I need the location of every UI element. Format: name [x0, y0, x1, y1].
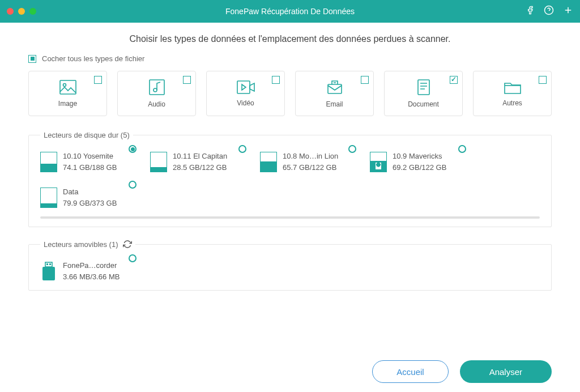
- add-icon[interactable]: [563, 5, 573, 18]
- radio-icon: [348, 145, 356, 153]
- disk-icon: [370, 152, 387, 172]
- refresh-icon[interactable]: [123, 240, 132, 249]
- drive-size: 3.66 MB/3.66 MB: [63, 271, 120, 283]
- drive-item[interactable]: 10.8 Mo…in Lion65.7 GB/122 GB: [260, 151, 356, 173]
- drive-name: 10.9 Mavericks: [393, 151, 446, 162]
- type-label: Image: [58, 100, 77, 108]
- svg-rect-6: [328, 84, 342, 93]
- svg-rect-7: [418, 80, 429, 95]
- checkbox-icon: [272, 76, 280, 84]
- drive-item[interactable]: FonePa…corder3.66 MB/3.66 MB: [40, 260, 137, 282]
- select-all-checkbox[interactable]: Cocher tous les types de fichier: [28, 54, 552, 63]
- drive-name: FonePa…corder: [63, 260, 120, 271]
- window-zoom-button[interactable]: [29, 8, 36, 15]
- type-card-image[interactable]: Image: [28, 71, 107, 116]
- drive-size: 28.5 GB/122 GB: [173, 162, 227, 173]
- checkbox-icon: [539, 76, 547, 84]
- svg-rect-9: [46, 263, 48, 265]
- help-icon[interactable]: [544, 5, 554, 18]
- type-label: Audio: [148, 100, 165, 108]
- window-minimize-button[interactable]: [18, 8, 25, 15]
- type-label: Vidéo: [237, 99, 254, 107]
- type-label: Email: [326, 100, 343, 108]
- drive-size: 69.2 GB/122 GB: [393, 162, 446, 173]
- drive-name: Data: [63, 186, 117, 198]
- svg-rect-10: [49, 263, 51, 265]
- facebook-icon[interactable]: [526, 6, 535, 17]
- drive-size: 74.1 GB/188 GB: [63, 162, 117, 173]
- radio-icon: [238, 145, 246, 153]
- svg-rect-11: [42, 267, 55, 280]
- disk-icon: [260, 152, 277, 172]
- window-close-button[interactable]: [7, 8, 14, 15]
- type-label: Autres: [502, 99, 522, 107]
- horizontal-scrollbar[interactable]: [40, 216, 540, 219]
- svg-point-2: [63, 84, 66, 87]
- checkbox-icon: [183, 76, 191, 84]
- audio-icon: [148, 79, 165, 96]
- disk-icon: [150, 152, 167, 172]
- folder-icon: [504, 80, 522, 95]
- radio-icon: [129, 254, 137, 262]
- image-icon: [59, 79, 77, 95]
- type-label: Document: [408, 100, 439, 108]
- drive-item[interactable]: 10.10 Yosemite74.1 GB/188 GB: [40, 151, 137, 173]
- document-icon: [416, 79, 431, 96]
- type-card-video[interactable]: Vidéo: [206, 71, 285, 116]
- disk-icon: [40, 152, 57, 172]
- drive-name: 10.10 Yosemite: [63, 151, 117, 162]
- removable-drives-section: Lecteurs amovibles (1) FonePa…corder3.66…: [28, 240, 552, 291]
- drive-item[interactable]: 10.9 Mavericks69.2 GB/122 GB: [370, 151, 466, 173]
- radio-icon: [458, 145, 466, 153]
- svg-point-4: [153, 88, 157, 92]
- window-title: FonePaw Récupération De Données: [225, 7, 355, 16]
- svg-rect-8: [45, 262, 52, 267]
- checkbox-icon: [94, 76, 102, 84]
- type-card-email[interactable]: Email: [295, 71, 374, 116]
- section-legend: Lecteurs amovibles (1): [44, 240, 118, 249]
- radio-icon: [129, 181, 137, 189]
- checkbox-icon: [28, 55, 36, 63]
- checkbox-checked-icon: [450, 76, 458, 84]
- disk-icon: [40, 188, 57, 208]
- type-card-audio[interactable]: Audio: [117, 71, 196, 116]
- drive-item[interactable]: 10.11 El Capitan28.5 GB/122 GB: [150, 151, 246, 173]
- radio-icon: [129, 145, 137, 153]
- svg-rect-5: [237, 81, 250, 93]
- checkbox-icon: [361, 76, 369, 84]
- analyze-button[interactable]: Analyser: [460, 360, 552, 383]
- drive-size: 65.7 GB/122 GB: [283, 162, 338, 173]
- email-icon: [326, 79, 343, 96]
- type-card-document[interactable]: Document: [384, 71, 463, 116]
- drive-name: 10.11 El Capitan: [173, 151, 227, 162]
- drive-name: 10.8 Mo…in Lion: [283, 151, 338, 162]
- page-heading: Choisir les types de données et l'emplac…: [28, 34, 552, 44]
- usb-icon: [40, 261, 57, 282]
- drive-item[interactable]: Data79.9 GB/373 GB: [40, 186, 137, 208]
- svg-rect-1: [60, 80, 76, 94]
- titlebar: FonePaw Récupération De Données: [0, 0, 580, 23]
- select-all-label: Cocher tous les types de fichier: [42, 54, 144, 63]
- home-button[interactable]: Accueil: [372, 360, 448, 383]
- video-icon: [236, 80, 255, 95]
- type-card-other[interactable]: Autres: [473, 71, 552, 116]
- hard-drives-section: Lecteurs de disque dur (5) 10.10 Yosemit…: [28, 131, 552, 227]
- drive-size: 79.9 GB/373 GB: [63, 198, 117, 209]
- section-legend: Lecteurs de disque dur (5): [40, 131, 133, 139]
